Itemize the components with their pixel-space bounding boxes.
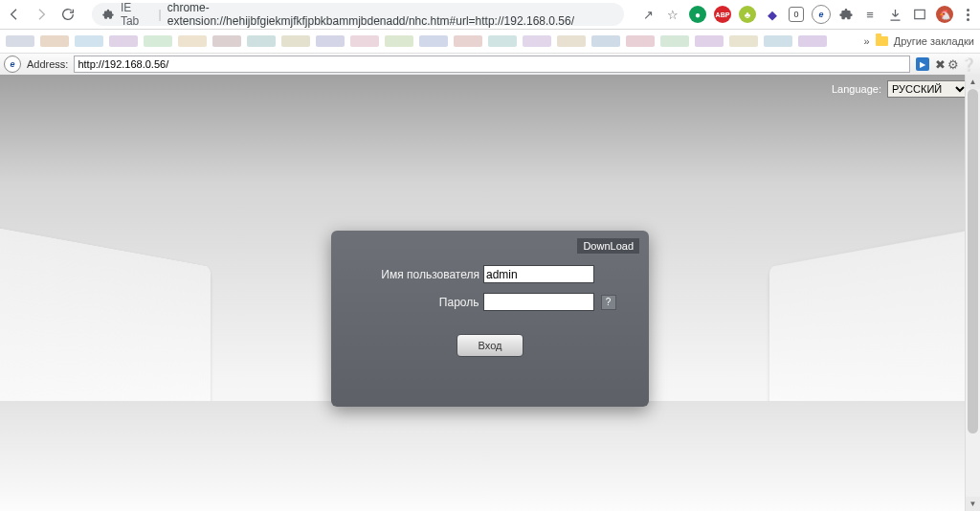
password-input[interactable] bbox=[483, 293, 594, 311]
bookmark-item[interactable] bbox=[660, 35, 689, 47]
language-label: Language: bbox=[832, 83, 881, 95]
bookmark-item[interactable] bbox=[591, 35, 620, 47]
bookmark-item[interactable] bbox=[626, 35, 655, 47]
ietab-go-button[interactable]: ▶ bbox=[916, 57, 929, 71]
bookmark-item[interactable] bbox=[247, 35, 276, 47]
scroll-up-icon[interactable]: ▲ bbox=[966, 75, 980, 89]
wrench-icon[interactable]: ✖ bbox=[935, 57, 946, 72]
bookmark-item[interactable] bbox=[40, 35, 69, 47]
bookmark-item[interactable] bbox=[523, 35, 551, 47]
bookmark-item[interactable] bbox=[764, 35, 792, 47]
gear-icon[interactable]: ⚙ bbox=[947, 57, 959, 72]
bookmark-item[interactable] bbox=[75, 35, 103, 47]
bookmark-item[interactable] bbox=[454, 35, 482, 47]
diamond-icon[interactable]: ◆ bbox=[764, 6, 781, 23]
profile-avatar[interactable]: 🐔 bbox=[936, 6, 953, 23]
bookmarks-left bbox=[6, 35, 827, 47]
help-icon[interactable]: ❔ bbox=[961, 57, 976, 72]
bookmark-item[interactable] bbox=[144, 35, 172, 47]
page-viewport: Language: РУССКИЙ DownLoad Имя пользоват… bbox=[0, 75, 980, 511]
username-label: Имя пользователя bbox=[365, 268, 479, 281]
bookmark-item[interactable] bbox=[385, 35, 413, 47]
username-input[interactable] bbox=[483, 265, 594, 283]
playlist-icon[interactable]: ≡ bbox=[861, 6, 879, 23]
ietab-logo-icon: e bbox=[4, 56, 21, 73]
bookmark-item[interactable] bbox=[212, 35, 241, 47]
folder-icon bbox=[876, 36, 888, 46]
password-label: Пароль bbox=[365, 296, 479, 309]
password-help-icon[interactable]: ? bbox=[601, 295, 616, 310]
ietab-address-input[interactable] bbox=[74, 56, 910, 73]
bookmark-item[interactable] bbox=[281, 35, 310, 47]
generic-ext-icon[interactable]: ● bbox=[689, 6, 706, 23]
svg-rect-0 bbox=[915, 10, 925, 18]
forward-button[interactable] bbox=[33, 6, 50, 23]
bookmark-item[interactable] bbox=[729, 35, 758, 47]
language-select[interactable]: РУССКИЙ bbox=[887, 80, 969, 98]
bookmark-item[interactable] bbox=[695, 35, 724, 47]
back-button[interactable] bbox=[6, 6, 23, 23]
more-bookmarks[interactable]: » bbox=[864, 35, 870, 47]
bookmark-item[interactable] bbox=[109, 35, 138, 47]
bookmark-item[interactable] bbox=[557, 35, 586, 47]
other-bookmarks-label[interactable]: Другие закладки bbox=[894, 35, 974, 47]
share-icon[interactable]: ↗ bbox=[639, 6, 657, 23]
bookmarks-right: » Другие закладки bbox=[864, 35, 974, 47]
url-text: chrome-extension://hehijbfgiekmjfkfjpbkb… bbox=[167, 1, 614, 28]
bookmark-item[interactable] bbox=[488, 35, 517, 47]
ietab-toolbar: e Address: ▶ ✖ ⚙ ❔ bbox=[0, 54, 980, 76]
toolbar-icons: ↗ ☆ ● ABP ♣ ◆ 0 e ≡ 🐔 bbox=[639, 5, 974, 24]
android-icon[interactable]: ♣ bbox=[739, 6, 756, 23]
star-icon[interactable]: ☆ bbox=[664, 6, 681, 23]
browser-toolbar: IE Tab | chrome-extension://hehijbfgiekm… bbox=[0, 0, 980, 30]
bookmark-item[interactable] bbox=[350, 35, 379, 47]
puzzle-icon[interactable] bbox=[838, 7, 854, 22]
reload-button[interactable] bbox=[59, 6, 77, 23]
ietab-address-label: Address: bbox=[27, 58, 68, 70]
extension-icon bbox=[101, 8, 115, 21]
bookmark-item[interactable] bbox=[419, 35, 448, 47]
downloads-icon[interactable] bbox=[886, 6, 903, 23]
hex-zero-icon[interactable]: 0 bbox=[789, 7, 804, 22]
bookmark-item[interactable] bbox=[178, 35, 207, 47]
language-bar: Language: РУССКИЙ bbox=[832, 80, 969, 98]
download-link[interactable]: DownLoad bbox=[577, 238, 639, 254]
separator: | bbox=[159, 8, 162, 21]
bookmark-item[interactable] bbox=[316, 35, 345, 47]
extension-name: IE Tab bbox=[121, 1, 153, 28]
scroll-thumb[interactable] bbox=[968, 89, 978, 433]
login-panel: DownLoad Имя пользователя Пароль ? Вход bbox=[331, 231, 649, 407]
login-button[interactable]: Вход bbox=[457, 334, 523, 357]
bookmark-item[interactable] bbox=[798, 35, 827, 47]
kebab-menu-icon[interactable] bbox=[961, 9, 974, 21]
address-bar[interactable]: IE Tab | chrome-extension://hehijbfgiekm… bbox=[92, 3, 624, 26]
ietab-tools: ✖ ⚙ ❔ bbox=[935, 57, 976, 72]
ietab-ext-icon[interactable]: e bbox=[812, 5, 831, 24]
window-icon[interactable] bbox=[911, 6, 928, 23]
scroll-down-icon[interactable]: ▼ bbox=[966, 497, 980, 511]
abp-icon[interactable]: ABP bbox=[714, 6, 731, 23]
bookmark-item[interactable] bbox=[6, 35, 34, 47]
bookmarks-bar: » Другие закладки bbox=[0, 30, 980, 54]
vertical-scrollbar[interactable]: ▲ ▼ bbox=[965, 75, 980, 511]
